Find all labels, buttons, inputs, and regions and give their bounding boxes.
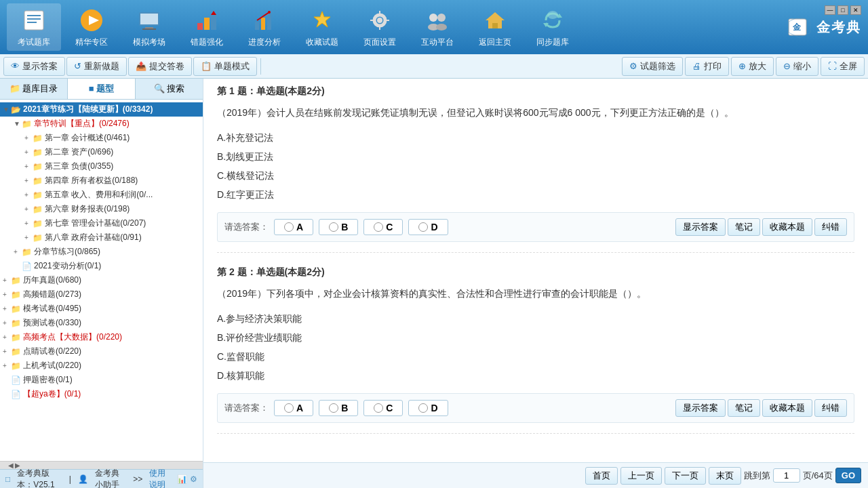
win-close[interactable]: ✕ [850, 5, 861, 15]
tree-item[interactable]: 📄2021变动分析(0/1) [0, 259, 203, 273]
option-btn-b[interactable]: B [319, 400, 358, 416]
action-btn-纠错[interactable]: 纠错 [814, 218, 847, 236]
tree-item[interactable]: +📁上机考试(0/220) [0, 359, 203, 373]
redo-btn[interactable]: ↺ 重新做题 [66, 57, 127, 76]
win-minimize[interactable]: — [825, 5, 835, 15]
tree-item[interactable]: +📁第一章 会计概述(0/461) [0, 131, 203, 145]
tree-item[interactable]: +📁分章节练习(0/865) [0, 245, 203, 259]
tree-expand-icon[interactable]: + [24, 163, 33, 170]
tree-expand-icon[interactable]: + [24, 220, 33, 227]
tab-search[interactable]: 🔍 搜索 [136, 79, 203, 99]
action-btn-纠错[interactable]: 纠错 [814, 399, 847, 417]
action-btn-收藏本题[interactable]: 收藏本题 [762, 399, 812, 417]
question-block: 第 2 题：单选题(本题2分) （2019年）下列各项中，对企业会计核算资料的真… [217, 266, 854, 434]
tab-type[interactable]: ■ 题型 [68, 79, 136, 99]
toolbar-error-reinforce[interactable]: 错题强化 [180, 3, 234, 51]
print-btn[interactable]: 🖨 打印 [685, 57, 729, 76]
tree-expand-icon[interactable]: + [24, 205, 33, 213]
svg-rect-11 [204, 18, 210, 30]
fullscreen-btn[interactable]: ⛶ 全屏 [821, 57, 865, 76]
tree-item[interactable]: 📄押题密卷(0/1) [0, 373, 203, 387]
folder-icon: 📁 [33, 205, 43, 214]
main-layout: 📁 题库目录 ■ 题型 🔍 搜索 ▼📂2021章节练习【陆续更新】(0/3342… [0, 79, 868, 488]
submit-btn[interactable]: 📤 提交答卷 [128, 57, 192, 76]
toolbar-interaction[interactable]: 互动平台 [410, 3, 465, 51]
toolbar-home[interactable]: 返回主页 [468, 3, 522, 51]
tree-item[interactable]: +📁预测试卷(0/330) [0, 316, 203, 330]
tree-item[interactable]: +📁模考试卷(0/495) [0, 302, 203, 316]
settings-icon-bottom[interactable]: ⚙ [190, 474, 197, 484]
tree-expand-icon[interactable]: + [24, 177, 33, 184]
chart-icon[interactable]: 📊 [177, 474, 187, 484]
elite-zone-icon [78, 7, 105, 34]
prev-page-btn[interactable]: 上一页 [620, 467, 662, 485]
tree-expand-icon[interactable]: + [24, 191, 33, 199]
zoom-in-btn[interactable]: ⊕ 放大 [731, 57, 774, 76]
toolbar-sync[interactable]: 同步题库 [526, 3, 580, 51]
option-btn-d[interactable]: D [408, 400, 448, 416]
tree-expand-icon[interactable]: + [3, 319, 11, 327]
toolbar-page-settings[interactable]: 页面设置 [353, 3, 407, 51]
tree-item[interactable]: ▼📂2021章节练习【陆续更新】(0/3342) [0, 102, 203, 117]
scroll-left-arrow[interactable]: ◀ [8, 462, 14, 469]
next-page-btn[interactable]: 下一页 [665, 467, 706, 485]
action-btn-笔记[interactable]: 笔记 [728, 399, 760, 417]
tree-item[interactable]: +📁高频考点【大数据】(0/220) [0, 330, 203, 344]
go-button[interactable]: GO [835, 468, 861, 483]
tree-expand-icon[interactable]: + [3, 277, 11, 284]
action-btn-笔记[interactable]: 笔记 [728, 218, 760, 236]
filter-btn[interactable]: ⚙ 试题筛选 [622, 57, 683, 76]
question-block: 第 1 题：单选题(本题2分) （2019年）会计人员在结账前发现记账凭证填制无… [217, 85, 854, 253]
toolbar-exam-bank[interactable]: 考试题库 [7, 3, 61, 51]
toolbar-progress[interactable]: 进度分析 [237, 3, 292, 51]
tree-expand-icon[interactable]: + [14, 248, 22, 256]
tree-item[interactable]: +📁历年真题(0/680) [0, 273, 203, 287]
tree-item[interactable]: +📁第四章 所有者权益(0/188) [0, 174, 203, 188]
content-area[interactable]: 第 1 题：单选题(本题2分) （2019年）会计人员在结账前发现记账凭证填制无… [203, 79, 868, 462]
action-btn-收藏本题[interactable]: 收藏本题 [762, 218, 812, 236]
tree-expand-icon[interactable]: + [3, 305, 11, 312]
tree-expand-icon[interactable]: + [24, 234, 33, 241]
option-btn-d[interactable]: D [408, 219, 448, 235]
zoom-out-label: 缩小 [793, 60, 811, 73]
help-link[interactable]: 使用说明 [149, 468, 170, 489]
zoom-out-btn[interactable]: ⊖ 缩小 [776, 57, 818, 76]
sync-icon [539, 7, 566, 34]
option-btn-a[interactable]: A [274, 219, 313, 235]
tree-expand-icon[interactable]: + [3, 348, 11, 355]
tree-area[interactable]: ▼📂2021章节练习【陆续更新】(0/3342)▼📁章节特训【重点】(0/247… [0, 100, 203, 461]
tree-item[interactable]: +📁第三章 负债(0/355) [0, 159, 203, 174]
tree-item[interactable]: 📄【超ya卷】(0/1) [0, 387, 203, 401]
tree-item[interactable]: +📁第七章 管理会计基础(0/207) [0, 216, 203, 230]
first-page-btn[interactable]: 首页 [585, 467, 618, 485]
page-number-input[interactable] [773, 468, 800, 483]
single-mode-btn[interactable]: 📋 单题模式 [193, 57, 257, 76]
tree-item[interactable]: +📁第二章 资产(0/696) [0, 145, 203, 159]
last-page-btn[interactable]: 末页 [709, 467, 741, 485]
tab-directory[interactable]: 📁 题库目录 [0, 79, 68, 99]
option-btn-c[interactable]: C [363, 219, 403, 235]
tree-item[interactable]: +📁第八章 政府会计基础(0/91) [0, 230, 203, 245]
tree-item[interactable]: +📁点睛试卷(0/220) [0, 344, 203, 359]
tree-expand-icon[interactable]: + [3, 291, 11, 298]
tree-expand-icon[interactable]: + [3, 362, 11, 369]
tree-expand-icon[interactable]: ▼ [14, 120, 22, 127]
action-btn-显示答案[interactable]: 显示答案 [675, 218, 726, 236]
tree-item[interactable]: +📁高频错题(0/273) [0, 287, 203, 302]
option-btn-c[interactable]: C [363, 400, 403, 416]
tree-item[interactable]: +📁第六章 财务报表(0/198) [0, 202, 203, 216]
tree-expand-icon[interactable]: + [24, 148, 33, 156]
option-btn-a[interactable]: A [274, 400, 313, 416]
action-btn-显示答案[interactable]: 显示答案 [675, 399, 726, 417]
win-restore[interactable]: □ [837, 5, 848, 15]
tree-expand-icon[interactable]: ▼ [3, 106, 11, 113]
option-btn-b[interactable]: B [319, 219, 358, 235]
tree-item[interactable]: ▼📁章节特训【重点】(0/2476) [0, 117, 203, 131]
toolbar-mock-exam[interactable]: 模拟考场 [122, 3, 176, 51]
tree-item[interactable]: +📁第五章 收入、费用和利润(0/... [0, 188, 203, 202]
toolbar-collect[interactable]: 收藏试题 [295, 3, 349, 51]
tree-expand-icon[interactable]: + [3, 333, 11, 341]
toolbar-elite-zone[interactable]: 精华专区 [64, 3, 119, 51]
show-answer-btn[interactable]: 👁 显示答案 [3, 57, 65, 76]
tree-expand-icon[interactable]: + [24, 134, 33, 142]
